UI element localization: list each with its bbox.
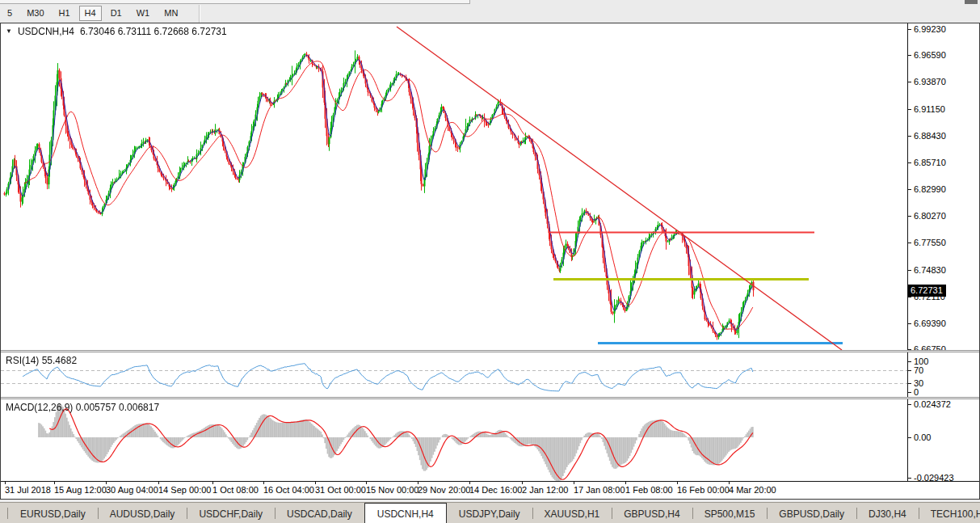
time-axis[interactable]: 31 Jul 201815 Aug 12:0030 Aug 04:0014 Se… [1, 481, 979, 498]
chart-tab[interactable]: USDCAD,Daily [275, 503, 364, 523]
chart-ohlc-values: 6.73046 6.73111 6.72668 6.72731 [80, 26, 227, 37]
time-axis-label: 15 Aug 12:00 [54, 485, 107, 495]
toolbar-separator [199, 5, 200, 23]
price-panel: ▼ USDCNH,H4 6.73046 6.73111 6.72668 6.72… [1, 23, 979, 350]
timeframe-button[interactable]: D1 [105, 6, 128, 21]
time-axis-label: 16 Feb 00:00 [677, 485, 730, 495]
chart-tab[interactable]: USDCHF,Daily [187, 503, 275, 523]
time-axis-label: 4 Mar 20:00 [729, 485, 776, 495]
rsi-label: RSI(14) 55.4682 [6, 355, 77, 366]
current-price-badge: 6.72731 [908, 285, 946, 297]
chart-tab[interactable]: XAUUSD,H1 [532, 503, 612, 523]
time-axis-label: 30 Aug 04:00 [106, 485, 158, 495]
chart-tab-label: EURUSD,Daily [20, 508, 86, 520]
chart-tab-label: GBPUSD,Daily [779, 508, 844, 520]
macd-panel: MACD(12,26,9) 0.005757 0.006817 0.024372… [1, 399, 979, 481]
price-axis-label: 6.96590 [914, 50, 946, 61]
macd-axis-label: 0.024372 [914, 399, 951, 410]
price-axis-label: 6.77550 [914, 238, 946, 248]
time-axis-label: 15 Nov 00:00 [366, 485, 418, 495]
chart-tab[interactable]: GBPUSD,Daily [767, 503, 856, 523]
chart-tab-label: USDCHF,Daily [199, 508, 263, 520]
chart-dropdown-icon[interactable]: ▼ [6, 28, 12, 35]
chart-tab-label: GBPUSD,H4 [624, 508, 679, 520]
price-axis-label: 6.93870 [914, 77, 946, 87]
price-axis-label: 6.69390 [914, 318, 946, 329]
time-axis-label: 31 Oct 00:00 [315, 485, 366, 495]
chart-tab[interactable]: TECH100,H1 [919, 503, 980, 523]
price-axis-label: 6.91150 [914, 104, 945, 115]
timeframe-button[interactable]: H4 [79, 6, 102, 21]
rsi-panel: RSI(14) 55.4682 10070300 [1, 352, 979, 397]
timeframe-toolbar: 5M30H1H4D1W1MN [0, 0, 980, 23]
chart-tab[interactable]: USDJPY,Daily [447, 503, 532, 523]
rsi-chart-canvas[interactable] [1, 352, 907, 397]
chart-tab[interactable]: AUDUSD,Daily [98, 503, 187, 523]
price-axis-label: 6.88430 [914, 131, 946, 141]
chart-tab-label: USDCNH,H4 [377, 508, 434, 520]
chart-tab-label: SP500,M15 [705, 508, 755, 520]
price-axis[interactable]: 6.992306.965906.938706.911506.884306.857… [907, 23, 979, 350]
timeframe-button[interactable]: W1 [131, 6, 156, 21]
time-axis-label: 29 Nov 20:00 [418, 485, 470, 495]
chart-tab[interactable]: SP500,M15 [692, 503, 768, 523]
chart-tab-label: USDJPY,Daily [459, 508, 520, 520]
rsi-axis-label: 70 [914, 365, 923, 376]
timeframe-button[interactable]: M30 [21, 6, 49, 21]
chart-tab-label: XAUUSD,H1 [545, 508, 600, 520]
panel-resize-handle[interactable] [1, 397, 979, 399]
toolbar-separator-wrap [191, 4, 200, 23]
rsi-axis[interactable]: 10070300 [907, 352, 979, 397]
chart-tab[interactable]: EURUSD,Daily [8, 503, 98, 523]
time-axis-label: 14 Dec 16:00 [469, 485, 522, 495]
price-axis-label: 6.82990 [914, 184, 946, 195]
chart-window: ▼ USDCNH,H4 6.73046 6.73111 6.72668 6.72… [0, 23, 980, 500]
mt4-application: 5M30H1H4D1W1MN ▼ USDCNH,H4 6.73046 6.731… [0, 0, 980, 523]
chart-symbol-timeframe: USDCNH,H4 [18, 26, 74, 37]
timeframe-button[interactable]: H1 [53, 6, 76, 21]
chart-tab-label: USDCAD,Daily [287, 508, 352, 520]
price-chart-canvas[interactable] [1, 23, 907, 350]
chart-title: ▼ USDCNH,H4 6.73046 6.73111 6.72668 6.72… [6, 26, 227, 37]
price-axis-label: 6.74830 [914, 265, 946, 276]
chart-tab-bar: EURUSD,DailyAUDUSD,DailyUSDCHF,DailyUSDC… [0, 502, 980, 523]
macd-label: MACD(12,26,9) 0.005757 0.006817 [6, 402, 159, 413]
price-axis-label: 6.80270 [914, 211, 946, 221]
timeframe-button[interactable]: MN [158, 6, 183, 21]
time-axis-label: 31 Jul 2018 [5, 485, 51, 495]
time-axis-label: 1 Feb 08:00 [625, 485, 673, 495]
toolbar-corner-artifact [965, 0, 978, 4]
chart-tab-label: AUDUSD,Daily [110, 508, 175, 520]
price-axis-label: 6.85710 [914, 158, 946, 168]
time-axis-label: 1 Oct 08:00 [212, 485, 259, 495]
chart-tab-label: TECH100,H1 [931, 508, 980, 520]
macd-axis[interactable]: 0.0243720.00-0.029423 [907, 399, 979, 481]
chart-tab[interactable]: DJ30,H4 [856, 503, 919, 523]
chart-tab[interactable]: GBPUSD,H4 [612, 503, 692, 523]
time-axis-label: 14 Sep 00:00 [158, 485, 211, 495]
chart-tabs: EURUSD,DailyAUDUSD,DailyUSDCHF,DailyUSDC… [0, 503, 980, 523]
time-axis-label: 2 Jan 12:00 [522, 485, 569, 495]
timeframe-buttons: 5M30H1H4D1W1MN [0, 4, 185, 23]
time-axis-label: 17 Jan 08:00 [574, 485, 625, 495]
time-axis-label: 16 Oct 04:00 [263, 485, 314, 495]
timeframe-button[interactable]: 5 [2, 6, 18, 21]
panel-resize-handle[interactable] [1, 350, 979, 352]
macd-axis-label: 0.00 [914, 432, 931, 443]
chart-tab-label: DJ30,H4 [869, 508, 906, 520]
chart-tab[interactable]: USDCNH,H4 [364, 503, 447, 523]
price-axis-label: 6.99230 [914, 24, 946, 35]
